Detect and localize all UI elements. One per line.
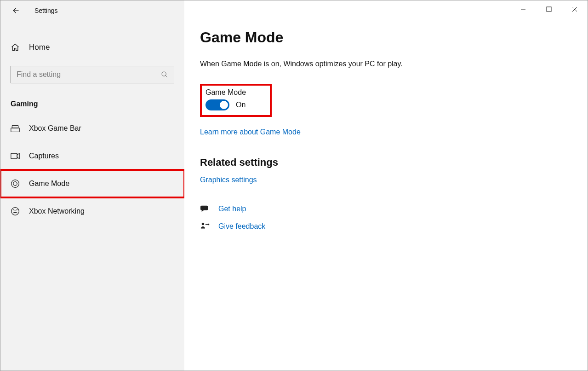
svg-rect-3 [11,153,17,159]
back-arrow-icon [11,6,19,15]
toggle-knob [220,101,228,109]
svg-point-4 [11,180,19,188]
nav-label: Xbox Networking [29,207,85,215]
sidebar-item-captures[interactable]: Captures [0,142,184,170]
close-icon [572,6,577,12]
search-box[interactable] [11,66,174,83]
game-mode-toggle-block: Game Mode On [200,84,272,117]
graphics-settings-link[interactable]: Graphics settings [200,176,257,184]
search-input[interactable] [17,70,161,79]
svg-point-0 [162,72,166,76]
svg-point-6 [11,208,19,215]
window-title: Settings [34,7,58,14]
nav-label: Captures [29,152,59,160]
svg-text:?: ? [203,205,206,210]
page-heading: Game Mode [200,29,572,46]
nav-label: Game Mode [29,180,69,188]
search-container [11,66,174,83]
sidebar-header: Settings [0,0,184,21]
game-mode-toggle[interactable] [206,99,229,110]
search-icon [161,71,168,78]
category-heading: Gaming [11,100,184,108]
svg-point-5 [13,182,17,186]
svg-rect-1 [11,128,19,132]
learn-more-link[interactable]: Learn more about Game Mode [200,128,301,136]
svg-rect-2 [12,125,18,128]
maximize-button[interactable] [536,0,562,18]
toggle-row: On [206,99,266,110]
back-button[interactable] [10,5,21,16]
sidebar-home[interactable]: Home [0,37,184,58]
get-help-link[interactable]: Get help [218,205,246,213]
get-help-row[interactable]: ? Get help [200,204,572,214]
game-mode-icon [11,179,20,188]
sidebar: Settings Home Gaming Xbox Game Bar Captu… [0,0,184,371]
home-label: Home [29,43,50,52]
close-button[interactable] [562,0,588,18]
xbox-network-icon [11,207,20,216]
svg-rect-7 [547,7,551,12]
help-icon: ? [200,204,218,214]
nav-label: Xbox Game Bar [29,124,81,133]
svg-point-9 [202,223,204,225]
toggle-state-text: On [236,101,245,109]
captures-icon [11,152,20,160]
minimize-icon [520,6,526,12]
give-feedback-row[interactable]: Give feedback [200,222,572,231]
sidebar-item-game-mode[interactable]: Game Mode [0,170,184,197]
maximize-icon [546,6,552,12]
feedback-icon [200,222,218,231]
sidebar-item-xbox-game-bar[interactable]: Xbox Game Bar [0,115,184,142]
give-feedback-link[interactable]: Give feedback [218,222,265,231]
main-pane: Game Mode When Game Mode is on, Windows … [184,0,588,371]
xbox-bar-icon [11,124,20,133]
home-icon [11,43,20,52]
window-controls [510,0,588,18]
related-settings-heading: Related settings [200,157,572,168]
sidebar-item-xbox-networking[interactable]: Xbox Networking [0,197,184,225]
minimize-button[interactable] [510,0,536,18]
page-description: When Game Mode is on, Windows optimizes … [200,60,572,68]
toggle-label: Game Mode [206,88,266,97]
